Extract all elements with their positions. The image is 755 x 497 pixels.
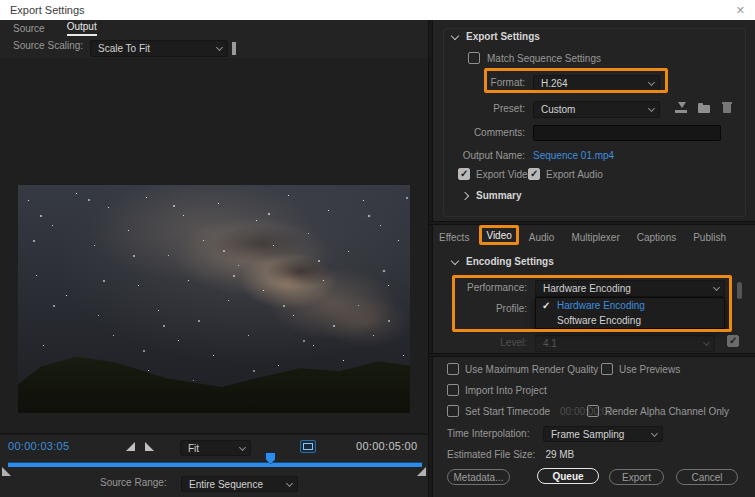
import-into-project-checkbox[interactable] (447, 384, 459, 396)
set-out-point-icon[interactable] (145, 442, 154, 451)
source-range-dropdown[interactable]: Entire Sequence (181, 476, 298, 492)
chevron-down-icon (648, 105, 655, 112)
level-label: Level: (433, 337, 527, 348)
match-sequence-checkbox[interactable] (468, 52, 480, 64)
performance-dropdown[interactable]: Hardware Encoding (535, 280, 725, 297)
tab-multiplexer[interactable]: Multiplexer (570, 230, 620, 245)
output-name-link[interactable]: Sequence 01.mp4 (533, 150, 614, 161)
section-divider (429, 353, 755, 357)
export-settings-header[interactable]: Export Settings (452, 31, 540, 42)
zoom-level-value: Fit (188, 443, 199, 454)
use-previews-label: Use Previews (619, 364, 680, 375)
estimated-size-value: 29 MB (545, 449, 574, 460)
queue-button[interactable]: Queue (537, 468, 599, 484)
panel-divider-vertical[interactable] (428, 20, 433, 497)
time-interpolation-dropdown[interactable]: Frame Sampling (543, 426, 663, 442)
estimated-size-label: Estimated File Size: (447, 449, 535, 460)
level-value: 4.1 (543, 338, 557, 349)
save-preset-icon[interactable] (674, 101, 689, 114)
export-audio-checkbox[interactable] (528, 168, 540, 180)
render-alpha-checkbox[interactable] (587, 405, 599, 417)
section-divider (429, 221, 755, 225)
source-scaling-value: Scale To Fit (98, 43, 150, 54)
estimated-size-row: Estimated File Size: 29 MB (447, 449, 574, 460)
source-range-label: Source Range: (100, 477, 167, 488)
comments-label: Comments: (433, 127, 525, 138)
current-timecode: 00:00:03:05 (8, 440, 69, 452)
tab-output[interactable]: Output (67, 21, 97, 36)
import-project-row: Import Into Project (447, 384, 547, 396)
scrollbar-thumb[interactable] (737, 282, 742, 299)
preset-row: Preset: (433, 103, 525, 114)
tab-audio[interactable]: Audio (528, 230, 556, 245)
zoom-level-dropdown[interactable]: Fit (180, 440, 251, 456)
tab-publish[interactable]: Publish (692, 230, 727, 245)
profile-row: Profile: (433, 303, 527, 314)
format-value: H.264 (541, 78, 568, 89)
tab-effects[interactable]: Effects (438, 230, 470, 245)
performance-label: Performance: (433, 282, 527, 293)
range-handle-left[interactable] (2, 467, 11, 476)
comments-input[interactable] (533, 125, 721, 141)
chevron-expanded-icon (451, 256, 459, 264)
summary-header[interactable]: Summary (462, 190, 522, 201)
tab-video[interactable]: Video (485, 228, 512, 245)
set-in-point-icon[interactable] (126, 442, 135, 451)
use-max-quality-checkbox[interactable] (447, 363, 459, 375)
check-icon: ✓ (542, 300, 554, 311)
format-dropdown[interactable]: H.264 (533, 75, 660, 92)
format-row: Format: (433, 77, 525, 88)
preset-label: Preset: (433, 103, 525, 114)
performance-row: Performance: (433, 282, 527, 293)
chevron-down-icon (286, 480, 293, 487)
preset-dropdown[interactable]: Custom (533, 101, 660, 118)
settings-tabs: Effects Video Audio Multiplexer Captions… (433, 227, 755, 246)
source-scaling-dropdown[interactable]: Scale To Fit (90, 40, 228, 57)
export-audio-row: Export Audio (528, 168, 603, 180)
cancel-button[interactable]: Cancel (676, 469, 738, 485)
tab-source[interactable]: Source (13, 23, 45, 36)
use-max-quality-label: Use Maximum Render Quality (465, 364, 598, 375)
total-timecode: 00:00:05:00 (356, 440, 417, 452)
render-alpha-row: Render Alpha Channel Only (587, 405, 729, 417)
source-range-value: Entire Sequence (189, 479, 263, 490)
menu-item-hardware-encoding[interactable]: ✓ Hardware Encoding (536, 298, 724, 313)
chevron-down-icon (239, 444, 246, 451)
set-start-timecode-checkbox[interactable] (447, 405, 459, 417)
use-previews-checkbox[interactable] (601, 363, 613, 375)
tab-captions[interactable]: Captions (636, 230, 677, 245)
chevron-down-icon (216, 44, 223, 51)
level-row: Level: (433, 337, 527, 348)
video-preview-image (18, 185, 410, 413)
close-icon[interactable]: ✕ (736, 4, 745, 17)
export-video-row: Export Video (458, 168, 533, 180)
output-name-label: Output Name: (433, 150, 525, 161)
level-checkbox (727, 335, 739, 347)
annotation-box-video-tab (479, 225, 518, 245)
panel-grip[interactable] (232, 42, 236, 55)
import-preset-icon[interactable] (697, 101, 712, 114)
performance-value: Hardware Encoding (543, 283, 631, 294)
chevron-right-icon (461, 191, 469, 199)
match-sequence-row: Match Sequence Settings (468, 52, 601, 64)
metadata-button[interactable]: Metadata... (447, 469, 510, 485)
titlebar: Export Settings ✕ (0, 0, 755, 20)
export-video-label: Export Video (476, 169, 533, 180)
chevron-down-icon (713, 284, 720, 291)
preview-area (0, 58, 428, 433)
encoding-settings-header[interactable]: Encoding Settings (452, 256, 554, 267)
time-interpolation-row: Time Interpolation: (447, 428, 529, 439)
delete-preset-icon[interactable] (720, 101, 735, 114)
render-alpha-label: Render Alpha Channel Only (605, 406, 729, 417)
match-sequence-label: Match Sequence Settings (487, 53, 601, 64)
max-quality-row: Use Maximum Render Quality (447, 363, 598, 375)
timeline-track[interactable] (8, 462, 422, 467)
chevron-down-icon (703, 339, 710, 346)
export-video-checkbox[interactable] (458, 168, 470, 180)
crop-settings-icon[interactable] (300, 440, 316, 453)
range-handle-right[interactable] (417, 467, 426, 476)
menu-item-software-encoding[interactable]: Software Encoding (536, 313, 724, 328)
level-dropdown: 4.1 (535, 335, 715, 352)
export-button[interactable]: Export (609, 469, 664, 485)
source-scaling-row: Source Scaling: (13, 40, 83, 51)
